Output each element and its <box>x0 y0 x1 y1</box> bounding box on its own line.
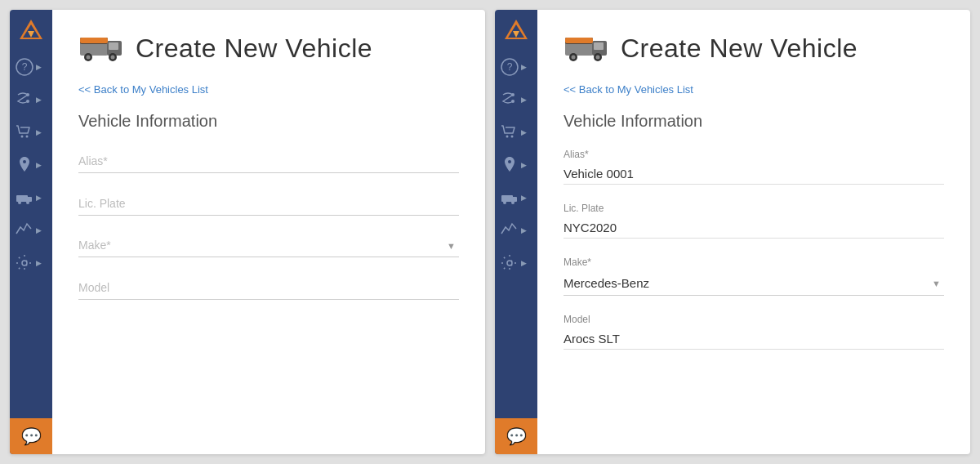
chat-icon: 💬 <box>506 426 527 446</box>
logo <box>16 16 46 46</box>
select-wrap-make: Make*Mercedes-BenzFordToyota▼ <box>78 234 459 257</box>
panels-wrapper: ? ▶ ▶ ▶ ▶ ▶ ▶ ▶ 💬 <box>0 0 980 464</box>
svg-point-44 <box>596 56 600 60</box>
label-make: Make* <box>564 257 944 268</box>
input-alias[interactable] <box>78 149 459 173</box>
svg-point-31 <box>511 136 514 138</box>
select-make[interactable]: Make*Mercedes-BenzFordToyota <box>564 271 944 296</box>
form-group-make: Make*Make*Mercedes-BenzFordToyota▼ <box>564 257 944 296</box>
page-header: Create New Vehicle <box>564 29 944 67</box>
sidebar-item-tracking[interactable]: ▶ <box>10 149 52 181</box>
value-licPlate: NYC2020 <box>564 217 944 239</box>
svg-point-7 <box>21 136 24 138</box>
sidebar-item-orders[interactable]: ▶ <box>10 116 52 149</box>
svg-point-34 <box>503 201 506 204</box>
sidebar-item-settings[interactable]: ▶ <box>10 247 52 279</box>
sidebar-arrow-tracking: ▶ <box>36 161 42 169</box>
sidebar-arrow-help: ▶ <box>521 63 527 71</box>
value-alias: Vehicle 0001 <box>564 163 944 185</box>
svg-rect-32 <box>501 195 513 202</box>
form-group-licPlate: Lic. PlateNYC2020 <box>564 203 944 239</box>
page-header: Create New Vehicle <box>78 29 459 67</box>
sidebar-item-orders[interactable]: ▶ <box>495 116 537 149</box>
sidebar-arrow-fleet: ▶ <box>521 194 527 202</box>
input-licPlate[interactable] <box>78 191 459 216</box>
svg-rect-10 <box>26 197 32 202</box>
back-to-vehicles-link[interactable]: << Back to My Vehicles List <box>78 83 459 96</box>
sidebar-arrow-orders: ▶ <box>36 128 42 136</box>
sidebar-item-analytics[interactable]: ▶ <box>10 214 52 247</box>
page-title: Create New Vehicle <box>136 33 372 64</box>
label-model: Model <box>564 314 944 325</box>
sidebar-arrow-routes: ▶ <box>521 96 527 104</box>
select-make[interactable]: Make*Mercedes-BenzFordToyota <box>78 234 459 257</box>
sidebar-item-fleet[interactable]: ▶ <box>10 181 52 214</box>
logo <box>501 16 531 46</box>
panel-filled: ? ▶ ▶ ▶ ▶ ▶ ▶ ▶ 💬 <box>495 10 970 454</box>
sidebar-item-help[interactable]: ? ▶ <box>495 51 537 83</box>
sidebar: ? ▶ ▶ ▶ ▶ ▶ ▶ ▶ 💬 <box>10 10 52 454</box>
svg-rect-40 <box>594 42 604 50</box>
form-group-alias <box>78 149 459 173</box>
form-group-model <box>78 275 459 300</box>
sidebar-arrow-help: ▶ <box>36 63 42 71</box>
sidebar-arrow-analytics: ▶ <box>36 226 42 234</box>
sidebar-arrow-orders: ▶ <box>521 128 527 136</box>
truck-icon <box>78 29 124 67</box>
svg-rect-17 <box>109 42 118 50</box>
sidebar-arrow-analytics: ▶ <box>521 226 527 234</box>
chat-button[interactable]: 💬 <box>10 418 52 454</box>
svg-point-21 <box>111 56 115 60</box>
sidebar-arrow-settings: ▶ <box>36 259 42 267</box>
svg-text:?: ? <box>507 61 513 73</box>
sidebar: ? ▶ ▶ ▶ ▶ ▶ ▶ ▶ 💬 <box>495 10 537 454</box>
sidebar-item-help[interactable]: ? ▶ <box>10 51 52 83</box>
panel-empty: ? ▶ ▶ ▶ ▶ ▶ ▶ ▶ 💬 <box>10 10 485 454</box>
label-licPlate: Lic. Plate <box>564 203 944 214</box>
select-wrap-make: Make*Mercedes-BenzFordToyota▼ <box>564 271 944 296</box>
sidebar-arrow-routes: ▶ <box>36 96 42 104</box>
sidebar-arrow-fleet: ▶ <box>36 194 42 202</box>
sidebar-item-settings[interactable]: ▶ <box>495 247 537 279</box>
section-title: Vehicle Information <box>564 112 944 131</box>
svg-point-11 <box>18 201 21 204</box>
svg-text:?: ? <box>22 61 28 73</box>
svg-point-8 <box>26 136 29 138</box>
label-alias: Alias* <box>564 149 944 160</box>
main-content: Create New Vehicle<< Back to My Vehicles… <box>537 10 970 454</box>
sidebar-item-fleet[interactable]: ▶ <box>495 181 537 214</box>
section-title: Vehicle Information <box>78 112 459 131</box>
svg-point-6 <box>26 100 29 103</box>
form-group-licPlate <box>78 191 459 216</box>
value-model: Arocs SLT <box>564 328 944 350</box>
input-model[interactable] <box>78 275 459 300</box>
svg-rect-22 <box>80 38 108 43</box>
svg-rect-33 <box>511 197 517 202</box>
truck-icon <box>564 29 609 67</box>
svg-point-42 <box>572 56 576 60</box>
back-to-vehicles-link[interactable]: << Back to My Vehicles List <box>564 83 944 96</box>
page-title: Create New Vehicle <box>621 33 858 64</box>
chat-icon: 💬 <box>21 426 42 446</box>
sidebar-item-analytics[interactable]: ▶ <box>495 214 537 247</box>
svg-rect-45 <box>565 38 593 43</box>
sidebar-arrow-settings: ▶ <box>521 259 527 267</box>
chat-button[interactable]: 💬 <box>495 418 537 454</box>
svg-point-5 <box>26 93 29 96</box>
svg-rect-9 <box>16 195 28 202</box>
svg-point-30 <box>506 136 509 138</box>
svg-point-29 <box>511 100 514 103</box>
svg-point-28 <box>511 93 514 96</box>
sidebar-item-routes[interactable]: ▶ <box>10 83 52 116</box>
sidebar-arrow-tracking: ▶ <box>521 161 527 169</box>
sidebar-item-routes[interactable]: ▶ <box>495 83 537 116</box>
sidebar-item-tracking[interactable]: ▶ <box>495 149 537 181</box>
svg-point-35 <box>511 201 514 204</box>
form-group-make: Make*Mercedes-BenzFordToyota▼ <box>78 234 459 257</box>
form-group-alias: Alias*Vehicle 0001 <box>564 149 944 185</box>
main-content: Create New Vehicle<< Back to My Vehicles… <box>52 10 485 454</box>
svg-point-12 <box>26 201 29 204</box>
svg-point-19 <box>87 56 91 60</box>
form-group-model: ModelArocs SLT <box>564 314 944 350</box>
